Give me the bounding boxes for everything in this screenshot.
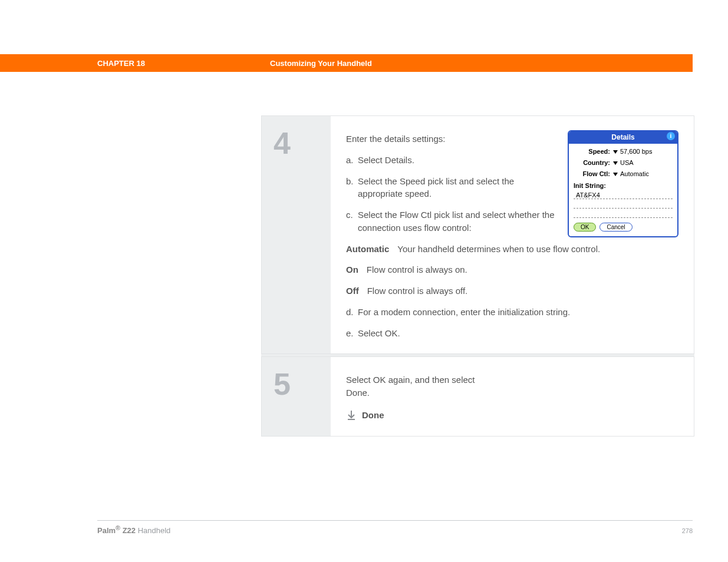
step-intro: Enter the details settings: bbox=[346, 133, 556, 146]
def-desc: Flow control is always off. bbox=[367, 285, 468, 297]
step-5: 5 Select OK again, and then select Done.… bbox=[261, 356, 694, 436]
init-string-input[interactable] bbox=[574, 210, 673, 218]
substep-letter: e. bbox=[346, 327, 358, 340]
chapter-number: CHAPTER 18 bbox=[97, 59, 270, 68]
step-number: 5 bbox=[274, 366, 331, 402]
chapter-title: Customizing Your Handheld bbox=[270, 59, 372, 68]
substep-letter: a. bbox=[346, 154, 358, 167]
dialog-title: Details bbox=[611, 133, 634, 141]
substep-text: Select OK. bbox=[358, 327, 678, 340]
substep-letter: d. bbox=[346, 306, 358, 319]
init-string-input[interactable] bbox=[574, 200, 673, 209]
def-term-automatic: Automatic bbox=[346, 243, 389, 256]
page-number: 278 bbox=[682, 527, 693, 534]
substep-text: Select the Flow Ctl pick list and select… bbox=[358, 209, 556, 234]
done-arrow-icon bbox=[346, 410, 357, 421]
footer-rule bbox=[97, 520, 693, 521]
step-number-column: 4 bbox=[262, 116, 331, 353]
substep-letter: c. bbox=[346, 209, 358, 234]
init-string-input[interactable]: AT&FX4 bbox=[574, 191, 673, 199]
step-body: Enter the details settings: a. Select De… bbox=[331, 116, 694, 353]
substep-text: Select the Speed pick list and select th… bbox=[358, 175, 556, 201]
step-body: Select OK again, and then select Done. D… bbox=[331, 357, 694, 435]
done-indicator: Done bbox=[346, 409, 678, 422]
substep-text: For a modem connection, enter the initia… bbox=[358, 306, 678, 319]
cancel-button[interactable]: Cancel bbox=[599, 223, 632, 232]
def-desc: Your handheld determines when to use flo… bbox=[397, 243, 600, 256]
page-footer: Palm® Z22 Handheld 278 bbox=[97, 524, 693, 535]
step-4: 4 Enter the details settings: a. Select … bbox=[261, 115, 694, 354]
product-name: Palm® Z22 Handheld bbox=[97, 524, 170, 535]
flowctl-value: Automatic bbox=[620, 170, 649, 179]
speed-value: 57,600 bps bbox=[620, 147, 652, 157]
done-label: Done bbox=[362, 409, 384, 422]
def-term-off: Off bbox=[346, 285, 359, 297]
substep-text: Select Details. bbox=[358, 154, 556, 167]
step-number: 4 bbox=[274, 125, 331, 161]
speed-row[interactable]: Speed: 57,600 bps bbox=[574, 147, 673, 157]
speed-label: Speed: bbox=[574, 147, 610, 157]
chapter-header-bar: CHAPTER 18 Customizing Your Handheld bbox=[0, 54, 693, 72]
step-number-column: 5 bbox=[262, 357, 331, 435]
init-string-label: Init String: bbox=[574, 181, 673, 191]
ok-button[interactable]: OK bbox=[574, 223, 596, 232]
dialog-titlebar: Details i bbox=[569, 131, 677, 144]
flowctl-row[interactable]: Flow Ctl: Automatic bbox=[574, 170, 673, 179]
step5-text: Select OK again, and then select Done. bbox=[346, 373, 499, 399]
country-row[interactable]: Country: USA bbox=[574, 158, 673, 168]
dropdown-icon bbox=[613, 173, 618, 176]
dropdown-icon bbox=[613, 150, 618, 154]
def-term-on: On bbox=[346, 263, 358, 276]
dropdown-icon bbox=[613, 161, 618, 165]
info-icon[interactable]: i bbox=[667, 132, 675, 140]
details-dialog: Details i Speed: 57,600 bps Country: USA bbox=[568, 130, 678, 237]
def-desc: Flow control is always on. bbox=[367, 263, 467, 276]
flowctl-label: Flow Ctl: bbox=[574, 170, 610, 179]
country-value: USA bbox=[620, 158, 634, 168]
content-area: 4 Enter the details settings: a. Select … bbox=[261, 115, 694, 437]
substep-letter: b. bbox=[346, 175, 358, 201]
country-label: Country: bbox=[574, 158, 610, 168]
